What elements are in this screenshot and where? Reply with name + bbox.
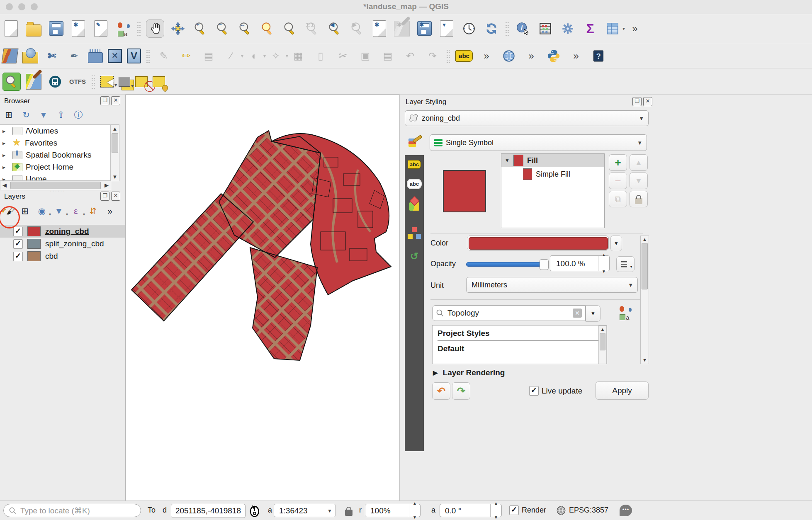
render-checkbox[interactable]: ✓ bbox=[509, 505, 519, 515]
select-by-location[interactable]: ▾ bbox=[153, 76, 165, 87]
statistical-summary[interactable]: ▾ bbox=[537, 20, 554, 37]
chevron-down-icon[interactable]: ▼ bbox=[633, 140, 647, 146]
save-layer-edits[interactable]: ▤▾ bbox=[200, 47, 217, 65]
move-down-button[interactable]: ▼ bbox=[630, 173, 648, 189]
identify-features[interactable]: ▾ bbox=[514, 20, 532, 37]
magnifier-spinbox[interactable]: 100% ▲▼ bbox=[365, 504, 421, 517]
symbology-tab-icon[interactable] bbox=[406, 134, 423, 151]
add-symbol-layer-button[interactable]: + bbox=[609, 154, 627, 171]
delete-selected[interactable]: ▯▾ bbox=[312, 47, 329, 65]
layer-row[interactable]: ✓ zoning_cbd bbox=[0, 225, 125, 238]
collapse-all[interactable]: ⇧ bbox=[54, 109, 68, 121]
grip[interactable]: ▾ bbox=[137, 22, 141, 36]
pan-map[interactable]: ▾ bbox=[146, 19, 164, 38]
filter-legend[interactable]: ▼▾ bbox=[52, 205, 66, 217]
undo-style-button[interactable]: ↶ bbox=[432, 382, 450, 400]
collapse-caret-icon[interactable]: ▼ bbox=[505, 158, 510, 163]
deselect-features[interactable]: ▾ bbox=[135, 76, 148, 87]
history-tab-icon[interactable]: ↺ bbox=[410, 250, 418, 262]
zoom-next[interactable]: ▶▾ bbox=[348, 20, 366, 37]
expand-caret-icon[interactable]: ▸ bbox=[2, 152, 9, 158]
new-spatial-bookmark[interactable]: ✱▾ bbox=[416, 20, 433, 37]
symbol-type-selector[interactable]: Single Symbol ▼ bbox=[430, 134, 647, 151]
grip[interactable]: ▾ bbox=[505, 22, 509, 36]
zoom-native-resolution[interactable]: 1:1▾ bbox=[304, 20, 321, 37]
browser-tree-item[interactable]: ▸ Home bbox=[0, 173, 119, 181]
cut-features[interactable]: ✂▾ bbox=[334, 47, 352, 65]
manage-visibility[interactable]: ◉▾ bbox=[35, 205, 49, 217]
grip[interactable]: ▾ bbox=[146, 49, 150, 63]
clear-search-icon[interactable]: ✕ bbox=[573, 309, 582, 318]
zoom-out[interactable]: −▾ bbox=[214, 20, 231, 37]
redo-style-button[interactable]: ↷ bbox=[452, 382, 470, 400]
masks-tab-icon[interactable]: abc bbox=[408, 180, 421, 188]
styling-float-button[interactable]: ❐ bbox=[632, 97, 642, 106]
styles-section-default[interactable]: Default bbox=[433, 341, 607, 353]
add-wms-layer[interactable]: ▾ bbox=[22, 52, 38, 63]
locator-search[interactable]: Type to locate (⌘K) bbox=[3, 504, 141, 517]
redo[interactable]: ↷▾ bbox=[424, 47, 441, 65]
new-project[interactable]: ▾ bbox=[2, 20, 20, 37]
toolbar-extension[interactable]: »▾ bbox=[478, 47, 495, 65]
spin-up-icon[interactable]: ▲ bbox=[602, 247, 606, 263]
browser-tree-item[interactable]: ▸ Project Home bbox=[0, 161, 119, 173]
copy-features[interactable]: ▣▾ bbox=[357, 47, 374, 65]
pan-to-selection[interactable]: ▾ bbox=[169, 20, 187, 37]
osm-place-search[interactable]: ▾ bbox=[2, 73, 21, 91]
open-project[interactable]: ▾ bbox=[25, 20, 42, 37]
toolbar-extension[interactable]: »▾ bbox=[626, 20, 644, 37]
messages-button[interactable]: ••• bbox=[620, 505, 632, 516]
gtfs-loader[interactable]: GTFS▾ bbox=[69, 73, 86, 90]
transit-tools[interactable]: ▾ bbox=[46, 73, 64, 90]
add-vector-layer[interactable]: ✄▾ bbox=[43, 47, 61, 65]
lock-colors-button[interactable] bbox=[630, 191, 648, 207]
filter-by-expression[interactable]: ε▾ bbox=[69, 205, 83, 217]
browser-tree-item[interactable]: ▸ Spatial Bookmarks bbox=[0, 149, 119, 161]
digitize-with-segment[interactable]: ∕▾ bbox=[222, 47, 240, 65]
current-edits[interactable]: ✎▾ bbox=[155, 47, 173, 65]
browser-tree-item[interactable]: ▸ ★ Favorites bbox=[0, 137, 119, 149]
vertex-tool[interactable]: ✧▾ bbox=[267, 47, 284, 65]
label-toolbar[interactable]: abc▾ bbox=[455, 50, 473, 62]
style-filter-dropdown[interactable]: ▼ bbox=[586, 305, 600, 322]
layers-float-button[interactable]: ❐ bbox=[100, 192, 109, 201]
add-virtual-layer[interactable]: ▾ bbox=[108, 49, 122, 63]
styles-section-project[interactable]: Project Styles bbox=[433, 326, 607, 338]
layer-visibility-checkbox[interactable]: ✓ bbox=[13, 227, 23, 236]
scale-selector[interactable]: 1:36423 ▼ bbox=[274, 504, 336, 517]
undo[interactable]: ↶▾ bbox=[401, 47, 419, 65]
quick-map-services[interactable]: ▾ bbox=[26, 74, 41, 90]
annotation-tool[interactable]: ✒▾ bbox=[66, 47, 83, 65]
filter-browser[interactable]: ▼ bbox=[36, 109, 51, 121]
save-project-as[interactable]: ✱▾ bbox=[70, 20, 87, 37]
add-vector-tile-layer[interactable]: V▾ bbox=[127, 49, 141, 63]
data-source-manager[interactable]: ▾ bbox=[1, 49, 18, 63]
opacity-slider-handle[interactable] bbox=[540, 259, 549, 270]
grip[interactable]: ▾ bbox=[446, 49, 450, 63]
layer-row[interactable]: ✓ cbd bbox=[0, 250, 125, 262]
opacity-spinbox[interactable]: 100.0 % ▲▼ bbox=[550, 255, 610, 271]
labels-tab-icon[interactable]: abc bbox=[408, 160, 421, 169]
crs-value[interactable]: EPSG:3857 bbox=[569, 506, 608, 515]
toggle-editing[interactable]: ✏▾ bbox=[177, 47, 195, 65]
options[interactable]: ▾ bbox=[559, 20, 576, 37]
refresh-browser[interactable]: ↻ bbox=[19, 109, 33, 121]
data-defined-override-button[interactable]: ▾ bbox=[616, 256, 635, 272]
layer-rendering-section[interactable]: ▶ Layer Rendering bbox=[433, 368, 505, 377]
styling-layer-selector[interactable]: zoning_cbd ▼ bbox=[405, 110, 649, 126]
save-project[interactable]: ▾ bbox=[47, 20, 65, 37]
select-features[interactable]: ▾ bbox=[119, 77, 130, 87]
layer-row[interactable]: ✓ split_zoning_cbd bbox=[0, 238, 125, 250]
style-manager-icon[interactable] bbox=[616, 304, 634, 321]
rotation-spinbox[interactable]: 0.0 ° ▲▼ bbox=[440, 504, 502, 517]
toolbar-extension[interactable]: »▾ bbox=[523, 47, 540, 65]
add-selected-layers[interactable]: ⊞ bbox=[2, 109, 16, 121]
add-group[interactable]: ⊞▾ bbox=[18, 205, 32, 217]
paste-features[interactable]: ▤▾ bbox=[379, 47, 396, 65]
python-console[interactable]: ▾ bbox=[545, 47, 562, 65]
open-attribute-table[interactable]: ▾ bbox=[604, 20, 621, 37]
apply-button[interactable]: Apply bbox=[596, 381, 649, 400]
zoom-to-layer[interactable]: ▾ bbox=[259, 20, 276, 37]
spin-down-icon[interactable]: ▼ bbox=[413, 511, 417, 520]
layer-visibility-checkbox[interactable]: ✓ bbox=[13, 239, 23, 249]
